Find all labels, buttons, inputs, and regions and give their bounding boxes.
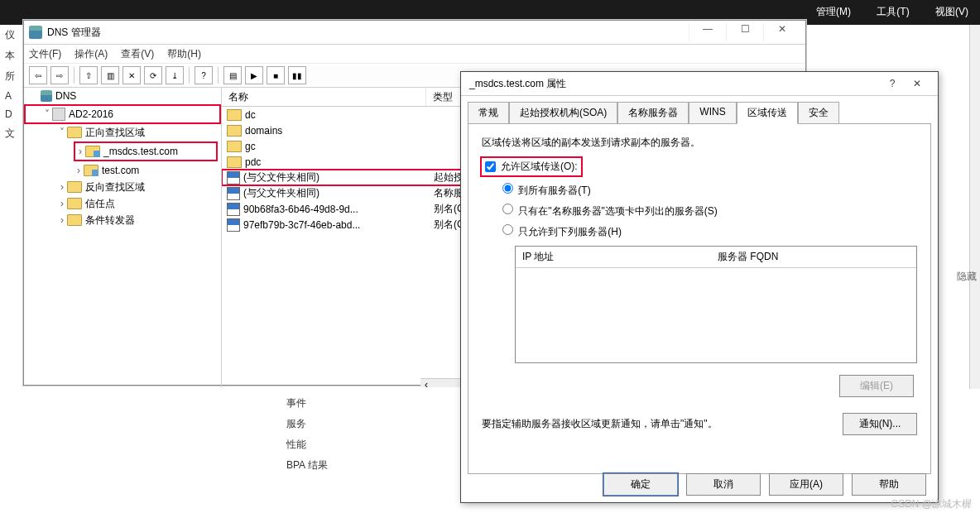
menu-file[interactable]: 文件(F) (29, 47, 61, 61)
titlebar: DNS 管理器 — ☐ ✕ (24, 21, 805, 45)
help-button[interactable]: ? (880, 78, 905, 89)
close-button[interactable]: ✕ (905, 78, 930, 89)
notify-button[interactable]: 通知(N)... (843, 413, 917, 435)
tree-forward-lookup[interactable]: ˅正向查找区域 (24, 124, 221, 141)
background-left-truncated: 仪本所 AD文 (0, 25, 22, 389)
tab-zone-transfer[interactable]: 区域传送 (737, 102, 798, 124)
radio-ns-tab-servers[interactable]: 只有在"名称服务器"选项卡中列出的服务器(S) (498, 201, 917, 218)
tab-body: 区域传送将区域的副本发送到请求副本的服务器。 允许区域传送(O): 到所有服务器… (468, 123, 931, 474)
separator (74, 67, 74, 84)
allow-zone-transfer-checkbox[interactable]: 允许区域传送(O): (482, 158, 581, 175)
folder-icon (227, 109, 242, 121)
record-icon (227, 171, 240, 185)
server-list: IP 地址 服务器 FQDN (515, 246, 917, 363)
tree-server[interactable]: ˅AD2-2016 (24, 104, 221, 124)
filter-icon[interactable]: ▤ (223, 66, 242, 84)
dialog-buttons: 确定 取消 应用(A) 帮助 (461, 473, 938, 496)
radio-all-servers[interactable]: 到所有服务器(T) (498, 180, 917, 198)
folder-icon (67, 214, 82, 226)
watermark: CSDN @凉城木樨 (891, 497, 972, 511)
zone-properties-dialog: _msdcs.test.com 属性 ? ✕ 常规 起始授权机构(SOA) 名称… (460, 71, 939, 503)
description: 区域传送将区域的副本发送到请求副本的服务器。 (482, 136, 917, 150)
tree-reverse-lookup[interactable]: ›反向查找区域 (24, 179, 221, 195)
tab-wins[interactable]: WINS (689, 102, 736, 124)
hidden-label: 隐藏 (957, 270, 977, 284)
pause-icon[interactable]: ▮▮ (288, 66, 306, 84)
background-side-links: 事件 服务 性能 BPA 结果 (286, 393, 328, 476)
ok-button[interactable]: 确定 (603, 473, 678, 496)
separator (218, 67, 219, 84)
tabstrip: 常规 起始授权机构(SOA) 名称服务器 WINS 区域传送 安全 (461, 96, 938, 123)
link-bpa[interactable]: BPA 结果 (286, 455, 328, 476)
folder-icon (227, 156, 242, 168)
bg-menu-view[interactable]: 视图(V) (924, 0, 980, 24)
record-icon (227, 203, 240, 216)
tab-security[interactable]: 安全 (798, 102, 839, 124)
menu-action[interactable]: 操作(A) (74, 47, 108, 61)
notify-text: 要指定辅助服务器接收区域更新通知，请单击"通知"。 (482, 417, 718, 431)
col-ip: IP 地址 (516, 247, 711, 267)
bg-menu-manage[interactable]: 管理(M) (805, 0, 862, 24)
background-scrollbar[interactable] (969, 25, 980, 389)
dialog-title: _msdcs.test.com 属性 (469, 77, 880, 91)
col-fqdn: 服务器 FQDN (711, 247, 785, 267)
back-icon[interactable]: ⇦ (29, 66, 47, 84)
zone-icon (84, 165, 98, 176)
cancel-button[interactable]: 取消 (686, 473, 761, 496)
apply-button[interactable]: 应用(A) (769, 473, 843, 496)
tab-general[interactable]: 常规 (468, 102, 509, 124)
folder-icon (67, 181, 82, 193)
tree-zone-msdcs[interactable]: ›_msdcs.test.com (74, 141, 218, 161)
dns-icon (29, 26, 42, 39)
folder-icon (227, 125, 242, 137)
tree-pane[interactable]: DNS ˅AD2-2016 ˅正向查找区域 ›_msdcs.test.com ›… (24, 88, 222, 387)
allow-checkbox-input[interactable] (485, 161, 496, 172)
folder-icon (67, 198, 82, 209)
record-icon (227, 187, 240, 200)
tree-trust-points[interactable]: ›信任点 (24, 195, 221, 212)
edit-button: 编辑(E) (839, 375, 914, 397)
menu-help[interactable]: 帮助(H) (167, 47, 201, 61)
folder-icon (227, 141, 242, 152)
tree-conditional-forwarders[interactable]: ›条件转发器 (24, 212, 221, 228)
refresh-icon[interactable]: ⟳ (144, 66, 162, 84)
col-name[interactable]: 名称 (222, 88, 426, 106)
radio-group: 到所有服务器(T) 只有在"名称服务器"选项卡中列出的服务器(S) 只允许到下列… (498, 180, 917, 239)
forward-icon[interactable]: ⇨ (50, 66, 69, 84)
tree-zone-test[interactable]: ›test.com (24, 162, 221, 179)
run-icon[interactable]: ▶ (245, 66, 263, 84)
menu-view[interactable]: 查看(V) (121, 47, 154, 61)
tab-soa[interactable]: 起始授权机构(SOA) (509, 102, 617, 124)
up-icon[interactable]: ⇧ (79, 66, 98, 84)
delete-icon[interactable]: ✕ (122, 66, 141, 84)
server-icon (52, 108, 65, 121)
help-icon[interactable]: ? (195, 66, 213, 84)
tab-ns[interactable]: 名称服务器 (617, 102, 689, 124)
folder-icon (67, 127, 82, 138)
window-title: DNS 管理器 (47, 26, 684, 40)
tree-root-dns[interactable]: DNS (24, 88, 221, 104)
bg-menu-tools[interactable]: 工具(T) (865, 0, 920, 24)
dialog-titlebar: _msdcs.test.com 属性 ? ✕ (461, 72, 938, 96)
maximize-button[interactable]: ☐ (726, 23, 763, 41)
zone-icon (85, 146, 100, 157)
radio-listed-servers[interactable]: 只允许到下列服务器(H) (498, 222, 917, 239)
link-events[interactable]: 事件 (286, 393, 328, 414)
stop-icon[interactable]: ■ (267, 66, 285, 84)
link-performance[interactable]: 性能 (286, 434, 328, 455)
link-services[interactable]: 服务 (286, 414, 328, 434)
export-icon[interactable]: ⤓ (166, 66, 184, 84)
minimize-button[interactable]: — (689, 23, 726, 41)
menubar: 文件(F) 操作(A) 查看(V) 帮助(H) (24, 45, 805, 64)
help-button[interactable]: 帮助 (852, 473, 926, 496)
record-icon (227, 218, 240, 232)
close-button[interactable]: ✕ (763, 23, 800, 41)
show-icon[interactable]: ▥ (101, 66, 119, 84)
separator (189, 67, 190, 84)
